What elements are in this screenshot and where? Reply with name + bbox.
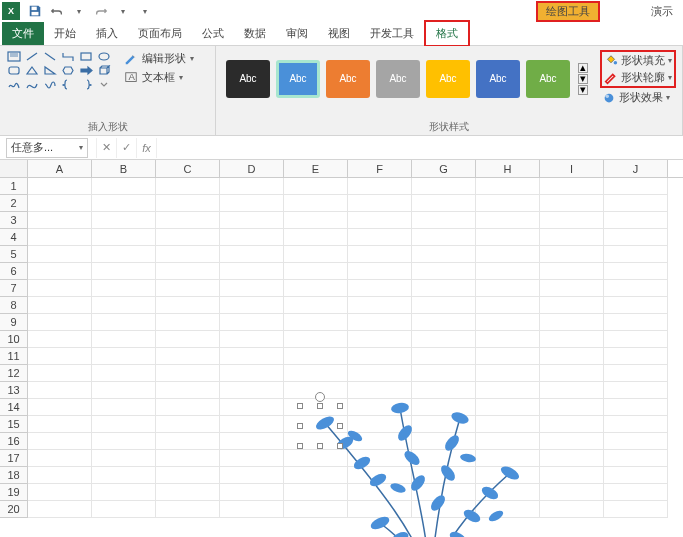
cell[interactable] [28, 229, 92, 246]
cell[interactable] [348, 195, 412, 212]
resize-handle-n[interactable] [317, 403, 323, 409]
cell[interactable] [28, 433, 92, 450]
cell[interactable] [348, 297, 412, 314]
cell[interactable] [604, 399, 668, 416]
cell[interactable] [604, 433, 668, 450]
cell[interactable] [28, 450, 92, 467]
cell[interactable] [348, 484, 412, 501]
cell[interactable] [476, 450, 540, 467]
shape-rect-icon[interactable] [78, 50, 94, 62]
row-header[interactable]: 10 [0, 331, 28, 348]
cell[interactable] [28, 195, 92, 212]
cell[interactable] [220, 416, 284, 433]
col-header[interactable]: D [220, 160, 284, 177]
cell[interactable] [156, 399, 220, 416]
select-all-corner[interactable] [0, 160, 28, 177]
shape-scribble-icon[interactable] [42, 78, 58, 90]
cell[interactable] [412, 246, 476, 263]
cell[interactable] [604, 297, 668, 314]
cell[interactable] [92, 399, 156, 416]
cell[interactable] [220, 331, 284, 348]
style-swatch-black[interactable]: Abc [226, 60, 270, 98]
cell[interactable] [28, 467, 92, 484]
cell[interactable] [156, 297, 220, 314]
cell[interactable] [348, 382, 412, 399]
col-header[interactable]: B [92, 160, 156, 177]
cell[interactable] [220, 484, 284, 501]
cell[interactable] [540, 501, 604, 518]
cell[interactable] [92, 263, 156, 280]
edit-shape-button[interactable]: 编辑形状▾ [122, 50, 196, 67]
cell[interactable] [412, 433, 476, 450]
cell[interactable] [604, 501, 668, 518]
cell[interactable] [476, 212, 540, 229]
cell[interactable] [348, 229, 412, 246]
shape-arrow-icon[interactable] [78, 64, 94, 76]
cell[interactable] [220, 382, 284, 399]
cell[interactable] [412, 399, 476, 416]
shape-textbox-icon[interactable] [6, 50, 22, 62]
cell[interactable] [604, 416, 668, 433]
cancel-formula-button[interactable]: ✕ [96, 138, 116, 158]
redo-button[interactable] [90, 2, 112, 20]
cell[interactable] [156, 263, 220, 280]
row-header[interactable]: 12 [0, 365, 28, 382]
cell[interactable] [92, 450, 156, 467]
shape-outline-button[interactable]: 形状轮廓▾ [604, 70, 672, 85]
cell[interactable] [220, 433, 284, 450]
cell[interactable] [284, 450, 348, 467]
cell[interactable] [412, 450, 476, 467]
cell[interactable] [476, 501, 540, 518]
cell[interactable] [28, 501, 92, 518]
cell[interactable] [540, 229, 604, 246]
resize-handle-ne[interactable] [337, 403, 343, 409]
cell[interactable] [476, 314, 540, 331]
cell[interactable] [220, 212, 284, 229]
row-header[interactable]: 16 [0, 433, 28, 450]
cell[interactable] [412, 280, 476, 297]
style-swatch-gold[interactable]: Abc [426, 60, 470, 98]
cell[interactable] [412, 331, 476, 348]
cell[interactable] [284, 297, 348, 314]
cell[interactable] [348, 263, 412, 280]
col-header[interactable]: H [476, 160, 540, 177]
resize-handle-w[interactable] [297, 423, 303, 429]
cell[interactable] [348, 246, 412, 263]
cell[interactable] [284, 484, 348, 501]
row-header[interactable]: 15 [0, 416, 28, 433]
shape-roundrect-icon[interactable] [6, 64, 22, 76]
row-header[interactable]: 8 [0, 297, 28, 314]
save-button[interactable] [24, 2, 46, 20]
cell[interactable] [412, 229, 476, 246]
cell[interactable] [220, 229, 284, 246]
cell[interactable] [28, 365, 92, 382]
cell[interactable] [412, 467, 476, 484]
cell[interactable] [348, 450, 412, 467]
cell[interactable] [284, 246, 348, 263]
cell[interactable] [156, 382, 220, 399]
cell[interactable] [476, 280, 540, 297]
cell[interactable] [540, 348, 604, 365]
cell[interactable] [220, 348, 284, 365]
tab-page-layout[interactable]: 页面布局 [128, 22, 192, 45]
cell[interactable] [540, 246, 604, 263]
cell[interactable] [284, 314, 348, 331]
col-header[interactable]: A [28, 160, 92, 177]
cell[interactable] [540, 280, 604, 297]
drawing-tools-tab[interactable]: 绘图工具 [536, 1, 600, 22]
cell[interactable] [476, 399, 540, 416]
cell[interactable] [604, 331, 668, 348]
worksheet-grid[interactable]: A B C D E F G H I J 12345678910111213141… [0, 160, 683, 518]
cell[interactable] [604, 178, 668, 195]
cell[interactable] [220, 467, 284, 484]
cell[interactable] [540, 365, 604, 382]
shapes-gallery[interactable] [6, 50, 112, 90]
tab-insert[interactable]: 插入 [86, 22, 128, 45]
row-header[interactable]: 17 [0, 450, 28, 467]
enter-formula-button[interactable]: ✓ [116, 138, 136, 158]
row-header[interactable]: 9 [0, 314, 28, 331]
tab-formulas[interactable]: 公式 [192, 22, 234, 45]
cell[interactable] [412, 297, 476, 314]
cell[interactable] [92, 331, 156, 348]
cell[interactable] [284, 195, 348, 212]
